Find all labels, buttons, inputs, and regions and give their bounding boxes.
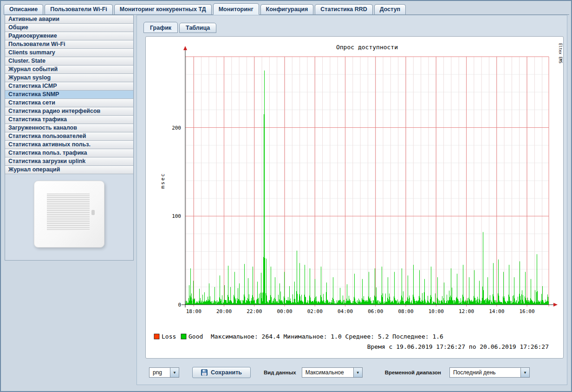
- sidebar-list: Активные аварииОбщиеРадиоокружениеПользо…: [5, 15, 133, 174]
- range-select-value: Последний день: [450, 368, 520, 377]
- svg-text:Loss: Loss: [162, 333, 176, 340]
- svg-text:02:00: 02:00: [307, 308, 323, 314]
- sidebar-item-пользователи-wi-fi[interactable]: Пользователи Wi-Fi: [5, 40, 133, 49]
- sidebar-item-радиоокружение[interactable]: Радиоокружение: [5, 32, 133, 40]
- tab-описание[interactable]: Описание: [4, 4, 43, 14]
- sidebar-item-cluster-state[interactable]: Cluster. State: [5, 57, 133, 65]
- svg-text:200: 200: [172, 125, 181, 131]
- access-point-image: [34, 181, 104, 248]
- chart-tab-таблица[interactable]: Таблица: [179, 23, 216, 33]
- sidebar-item-статистика-трафика[interactable]: Статистика трафика: [5, 116, 133, 124]
- chart-tab-bar: ГрафикТаблица: [143, 22, 216, 33]
- sidebar-item-статистика-активных-польз-[interactable]: Статистика активных польз.: [5, 141, 133, 149]
- svg-text:06:00: 06:00: [368, 308, 383, 314]
- svg-text:12:00: 12:00: [459, 308, 474, 314]
- sidebar-item-загруженность-каналов[interactable]: Загруженность каналов: [5, 124, 133, 132]
- sidebar-item-статистика-радио-интерфейсов[interactable]: Статистика радио интерфейсов: [5, 107, 133, 116]
- format-select[interactable]: png ▼: [149, 367, 179, 378]
- svg-text:10:00: 10:00: [429, 308, 444, 314]
- tab-конфигурация[interactable]: Конфигурация: [260, 4, 314, 14]
- device-led: [91, 210, 95, 215]
- svg-text:08:00: 08:00: [398, 308, 413, 314]
- save-button[interactable]: Сохранить: [192, 367, 251, 378]
- data-view-select-value: Максимальное: [302, 368, 353, 377]
- data-view-label: Вид данных: [264, 370, 296, 375]
- svg-text:100: 100: [172, 213, 181, 219]
- svg-text:20:00: 20:00: [216, 308, 232, 314]
- chart-panel: 010020018:0020:0022:0000:0002:0004:0006:…: [145, 36, 564, 359]
- chart-tab-график[interactable]: График: [143, 22, 178, 33]
- svg-text:18:00: 18:00: [186, 308, 202, 314]
- svg-text:Eltex EMS: Eltex EMS: [558, 43, 562, 64]
- tab-мониторинг-конкурентных-тд[interactable]: Мониторинг конкурентных ТД: [114, 4, 212, 14]
- save-button-label: Сохранить: [211, 369, 242, 376]
- device-grille: [47, 194, 90, 231]
- svg-text:Максимальное: 264.4 Минималь: Максимальное: 264.4 Минимальное: 1.0 Сре…: [211, 333, 443, 340]
- svg-text:0: 0: [178, 302, 181, 308]
- sidebar-item-общие[interactable]: Общие: [5, 24, 133, 32]
- svg-text:16:00: 16:00: [519, 308, 534, 314]
- app-window: ОписаниеПользователи Wi-FiМониторинг кон…: [0, 0, 572, 392]
- sidebar-item-статистика-загрузки-uplink[interactable]: Статистика загрузки uplink: [5, 157, 133, 166]
- svg-text:Опрос доступности: Опрос доступности: [336, 44, 398, 51]
- svg-text:22:00: 22:00: [247, 308, 262, 314]
- sidebar-item-журнал-операций[interactable]: Журнал операций: [5, 166, 133, 174]
- sidebar-item-clients-summary[interactable]: Clients summary: [5, 49, 133, 57]
- top-tab-bar: ОписаниеПользователи Wi-FiМониторинг кон…: [4, 3, 569, 15]
- svg-text:msec: msec: [160, 173, 166, 189]
- tab-мониторинг[interactable]: Мониторинг: [213, 3, 259, 15]
- chevron-down-icon[interactable]: ▼: [170, 368, 179, 377]
- svg-text:00:00: 00:00: [277, 308, 292, 314]
- tab-доступ[interactable]: Доступ: [374, 4, 406, 14]
- tab-пользователи-wi-fi[interactable]: Пользователи Wi-Fi: [45, 4, 113, 14]
- chevron-down-icon[interactable]: ▼: [353, 368, 362, 377]
- format-select-value: png: [150, 368, 170, 377]
- availability-chart: 010020018:0020:0022:0000:0002:0004:0006:…: [146, 37, 563, 358]
- svg-text:14:00: 14:00: [489, 308, 504, 314]
- sidebar-item-активные-аварии[interactable]: Активные аварии: [5, 15, 133, 24]
- svg-text:Время с 19.06.2019 17:26:27 по: Время с 19.06.2019 17:26:27 по 20.06.201…: [367, 343, 549, 350]
- tab-статистика-rrd[interactable]: Статистика RRD: [315, 4, 372, 14]
- monitoring-panel: ГрафикТаблица 010020018:0020:0022:0000:0…: [136, 15, 567, 385]
- sidebar-item-журнал-событий[interactable]: Журнал событий: [5, 65, 133, 74]
- data-view-select[interactable]: Максимальное ▼: [302, 367, 363, 378]
- save-icon: [201, 369, 208, 376]
- sidebar-item-статистика-icmp[interactable]: Статистика ICMP: [5, 82, 133, 91]
- chart-controls: png ▼ Сохранить Вид данных Максимальное …: [149, 366, 561, 379]
- svg-text:Good: Good: [188, 333, 203, 340]
- sidebar-item-статистика-сети[interactable]: Статистика сети: [5, 99, 133, 107]
- sidebar-item-статистика-польз-трафика[interactable]: Статистика польз. трафика: [5, 149, 133, 157]
- range-label: Временной диапазон: [385, 370, 441, 375]
- chevron-down-icon[interactable]: ▼: [520, 368, 529, 377]
- range-select[interactable]: Последний день ▼: [449, 367, 530, 378]
- sidebar-item-статистика-пользователей[interactable]: Статистика пользователей: [5, 132, 133, 141]
- sidebar-item-статистика-snmp[interactable]: Статистика SNMP: [5, 91, 133, 99]
- svg-text:04:00: 04:00: [338, 308, 353, 314]
- sidebar-item-журнал-syslog[interactable]: Журнал syslog: [5, 74, 133, 82]
- sidebar-panel: Активные аварииОбщиеРадиоокружениеПользо…: [5, 15, 134, 261]
